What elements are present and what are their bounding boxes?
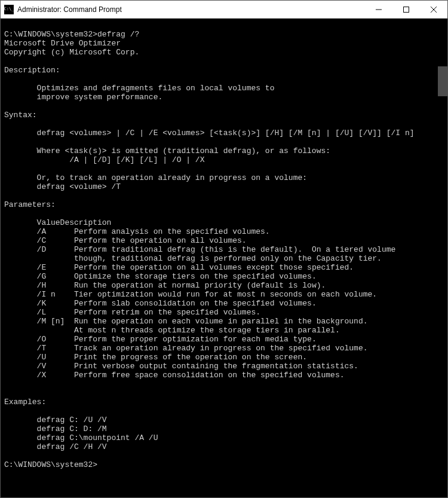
window-title: Administrator: Command Prompt <box>17 5 122 14</box>
param-row: At most n threads optimize the storage t… <box>4 326 340 335</box>
output-line: Optimizes and defragments files on local… <box>4 84 274 93</box>
param-value: /L <box>37 308 74 317</box>
output-line: improve system performance. <box>4 93 162 102</box>
param-value <box>37 254 74 263</box>
param-row: /I n Tier optimization would run for at … <box>4 290 377 299</box>
param-row: /A Perform analysis on the specified vol… <box>4 227 270 236</box>
param-row: /K Perform slab consolidation on the spe… <box>4 299 317 308</box>
param-row: /O Perform the proper optimization for e… <box>4 335 317 344</box>
svg-rect-1 <box>404 7 409 12</box>
output-line: Or, to track an operation already in pro… <box>4 173 307 182</box>
param-value: /I n <box>37 290 74 299</box>
param-value: /C <box>37 236 74 245</box>
param-value: /V <box>37 362 74 371</box>
param-desc: Run the operation on each volume in para… <box>74 317 367 326</box>
param-row: /X Perform free space consolidation on t… <box>4 371 345 380</box>
param-desc: though, traditional defrag is performed … <box>74 254 382 263</box>
output-line: defrag <volumes> | /C | /E <volumes> [<t… <box>4 129 415 138</box>
param-row: /L Perform retrim on the specified volum… <box>4 308 260 317</box>
param-value: /H <box>37 281 74 290</box>
param-desc: Perform the proper optimization for each… <box>74 335 317 344</box>
param-value: /A <box>37 227 74 236</box>
param-row: /E Perform the operation on all volumes … <box>4 263 354 272</box>
section-label: Examples: <box>4 398 46 407</box>
scrollbar[interactable] <box>438 19 447 497</box>
param-desc: Perform the operation on all volumes exc… <box>74 263 354 272</box>
param-header: ValueDescription <box>4 218 111 227</box>
minimize-button[interactable] <box>365 1 392 18</box>
output-line: defrag <volume> /T <box>4 182 121 191</box>
close-icon <box>431 7 437 13</box>
example-line: defrag C: /U /V <box>4 415 107 424</box>
param-desc: Run the operation at normal priority (de… <box>74 281 326 290</box>
param-value: /T <box>37 344 74 353</box>
param-desc: At most n threads optimize the storage t… <box>74 326 340 335</box>
maximize-icon <box>403 7 409 13</box>
example-line: defrag /C /H /V <box>4 442 107 451</box>
param-desc: Print verbose output containing the frag… <box>74 362 358 371</box>
command-prompt-window: Administrator: Command Prompt C:\WINDOWS… <box>0 0 448 498</box>
prompt-line: C:\WINDOWS\system32> <box>4 460 97 469</box>
param-value: /K <box>37 299 74 308</box>
output-line: Copyright (c) Microsoft Corp. <box>4 48 139 57</box>
param-row: /C Perform the operation on all volumes. <box>4 236 247 245</box>
prompt-line: C:\WINDOWS\system32>defrag /? <box>4 30 139 39</box>
command-prompt-icon <box>4 5 14 14</box>
param-value: /M [n] <box>37 317 74 326</box>
section-label: Parameters: <box>4 200 56 209</box>
param-desc: Perform analysis on the specified volume… <box>74 227 270 236</box>
param-desc: Optimize the storage tiers on the specif… <box>74 272 317 281</box>
param-row: /H Run the operation at normal priority … <box>4 281 326 290</box>
example-line: defrag C:\mountpoint /A /U <box>4 433 158 442</box>
minimize-icon <box>376 7 382 13</box>
param-row: though, traditional defrag is performed … <box>4 254 382 263</box>
param-value: /E <box>37 263 74 272</box>
output-line: /A | [/D] [/K] [/L] | /O | /X <box>4 155 204 164</box>
param-row: /M [n] Run the operation on each volume … <box>4 317 368 326</box>
param-desc: Perform free space consolidation on the … <box>74 371 344 380</box>
output-line: Microsoft Drive Optimizer <box>4 39 121 48</box>
param-desc: Tier optimization would run for at most … <box>74 290 377 299</box>
param-row: /U Print the progress of the operation o… <box>4 353 307 362</box>
param-desc: Perform the operation on all volumes. <box>74 236 247 245</box>
output-line: Where <task(s)> is omitted (traditional … <box>4 146 330 155</box>
param-value: /U <box>37 353 74 362</box>
param-desc: Perform slab consolidation on the specif… <box>74 299 317 308</box>
terminal-output[interactable]: C:\WINDOWS\system32>defrag /? Microsoft … <box>1 19 447 497</box>
maximize-button[interactable] <box>392 1 420 18</box>
scrollbar-thumb[interactable] <box>438 66 447 96</box>
param-row: /D Perform traditional defrag (this is t… <box>4 245 395 254</box>
param-value: /G <box>37 272 74 281</box>
example-line: defrag C: D: /M <box>4 424 107 433</box>
param-row: /G Optimize the storage tiers on the spe… <box>4 272 317 281</box>
param-value: /O <box>37 335 74 344</box>
param-value <box>37 326 74 335</box>
param-row: /T Track an operation already in progres… <box>4 344 368 353</box>
param-desc: Track an operation already in progress o… <box>74 344 367 353</box>
titlebar[interactable]: Administrator: Command Prompt <box>1 1 447 19</box>
section-label: Description: <box>4 66 60 75</box>
param-desc: Print the progress of the operation on t… <box>74 353 307 362</box>
param-row: /V Print verbose output containing the f… <box>4 362 358 371</box>
param-value: /X <box>37 371 74 380</box>
section-label: Syntax: <box>4 111 37 120</box>
param-desc: Perform traditional defrag (this is the … <box>74 245 395 254</box>
param-value: /D <box>37 245 74 254</box>
window-controls <box>365 1 447 18</box>
param-desc: Perform retrim on the specified volumes. <box>74 308 260 317</box>
close-button[interactable] <box>420 1 447 18</box>
